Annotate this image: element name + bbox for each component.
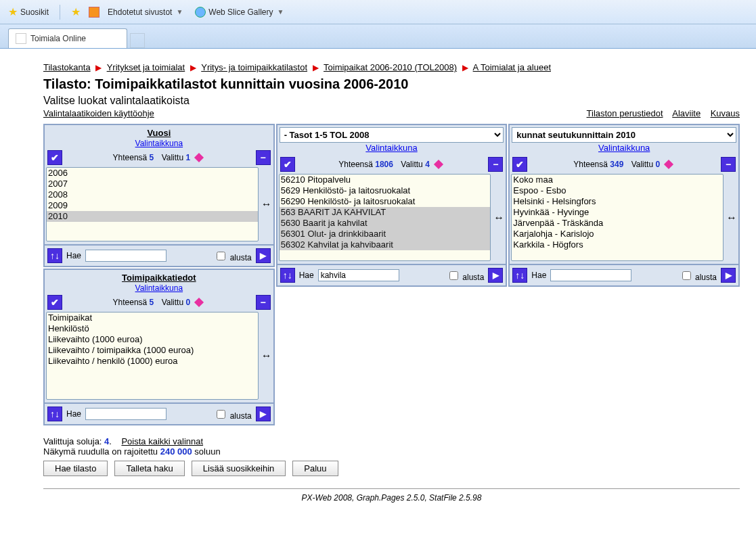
crumb-4[interactable]: A Toimialat ja alueet <box>473 62 551 72</box>
tasot-selected: Valittu 4 <box>401 160 430 169</box>
suggested-label: Ehdotetut sivustot <box>108 7 172 17</box>
kunnat-search-go[interactable]: ▶ <box>721 268 736 283</box>
crumb-sep-icon: ▶ <box>95 63 102 72</box>
panel-kunnat-window-link[interactable]: Valintaikkuna <box>598 143 650 153</box>
diamond-icon <box>194 298 204 307</box>
sort-button[interactable]: ↑↓ <box>512 268 527 283</box>
rss-icon[interactable] <box>89 7 99 18</box>
panel-tasot-window-link[interactable]: Valintaikkuna <box>365 143 417 153</box>
panel-vuosi-window-link[interactable]: Valintaikkuna <box>135 139 183 148</box>
link-alaviite[interactable]: Alaviite <box>672 108 701 118</box>
panel-vuosi: Vuosi Valintaikkuna ✔ Yhteensä 5 Valittu… <box>43 124 275 267</box>
resize-handle[interactable]: ↔ <box>493 212 504 224</box>
sort-button[interactable]: ↑↓ <box>280 268 295 283</box>
crumb-1[interactable]: Yritykset ja toimialat <box>107 62 185 72</box>
sort-button[interactable]: ↑↓ <box>47 407 62 421</box>
crumb-3[interactable]: Toimipaikat 2006-2010 (TOL2008) <box>324 62 457 72</box>
btn-talleta-haku[interactable]: Talleta haku <box>114 461 184 476</box>
sort-button[interactable]: ↑↓ <box>47 248 62 263</box>
link-perustiedot[interactable]: Tilaston perustiedot <box>587 108 663 118</box>
tiedot-search-input[interactable] <box>85 408 166 420</box>
chevron-down-icon: ▼ <box>176 8 183 16</box>
crumb-0[interactable]: Tilastokanta <box>43 62 91 72</box>
new-tab-button[interactable] <box>130 33 145 48</box>
hae-label: Hae <box>299 271 314 280</box>
webslice-button[interactable]: Web Slice Gallery ▼ <box>191 5 288 19</box>
hae-label: Hae <box>66 409 81 419</box>
selected-cells-count: 4 <box>104 436 109 446</box>
diamond-icon <box>434 160 443 169</box>
kunnat-search-input[interactable] <box>550 269 631 281</box>
vuosi-search-input[interactable] <box>85 250 166 262</box>
vuosi-alusta[interactable]: alusta <box>214 250 251 262</box>
chevron-down-icon: ▼ <box>277 8 284 16</box>
ie-icon <box>195 7 206 18</box>
footer: Valittuja soluja: 4. Poista kaikki valin… <box>43 436 740 476</box>
diamond-icon <box>194 153 204 162</box>
page-body: Tilastokanta ▶ Yritykset ja toimialat ▶ … <box>0 49 756 509</box>
tiedot-total: Yhteensä 5 <box>113 298 154 307</box>
suggested-sites-button[interactable]: Ehdotetut sivustot ▼ <box>104 6 187 18</box>
star-icon: ★ <box>8 5 18 18</box>
btn-lisaa-suosikkeihin[interactable]: Lisää suosikkeihin <box>192 461 286 476</box>
select-all-button[interactable]: ✔ <box>47 150 62 165</box>
selection-panels: Vuosi Valintaikkuna ✔ Yhteensä 5 Valittu… <box>43 124 740 425</box>
crumb-2[interactable]: Yritys- ja toimipaikkatilastot <box>201 62 307 72</box>
btn-hae-tilasto[interactable]: Hae tilasto <box>43 461 108 476</box>
deselect-all-button[interactable]: − <box>488 157 503 172</box>
panel-tiedot-window-link[interactable]: Valintaikkuna <box>135 283 183 293</box>
tiedot-search-go[interactable]: ▶ <box>256 407 271 421</box>
add-fav-icon[interactable]: ★ <box>67 4 85 20</box>
btn-paluu[interactable]: Paluu <box>292 461 338 476</box>
favicon <box>16 33 26 44</box>
tasot-search-go[interactable]: ▶ <box>488 268 503 283</box>
tab-strip: Toimiala Online <box>0 24 756 49</box>
kunnat-listbox[interactable]: Koko maaEspoo - EsboHelsinki - Helsingfo… <box>511 174 724 261</box>
panel-kunnat: kunnat seutukunnittain 2010 Valintaikkun… <box>508 124 740 287</box>
resize-handle[interactable]: ↔ <box>726 212 737 224</box>
clear-all-link[interactable]: Poista kaikki valinnat <box>121 436 203 446</box>
ie-favorites-bar: ★ Suosikit ★ Ehdotetut sivustot ▼ Web Sl… <box>0 0 756 24</box>
panel-tiedot-title: Toimipaikkatiedot <box>46 273 272 283</box>
deselect-all-button[interactable]: − <box>256 150 271 165</box>
kunnat-alusta[interactable]: alusta <box>680 269 717 282</box>
selected-cells-label: Valittuja soluja: <box>43 436 102 446</box>
separator <box>43 488 740 489</box>
tasot-listbox[interactable]: 56210 Pitopalvelu5629 Henkilöstö- ja lai… <box>279 174 491 261</box>
tasot-alusta[interactable]: alusta <box>447 269 484 282</box>
tasot-dropdown[interactable]: - Tasot 1-5 TOL 2008 <box>280 127 504 143</box>
hae-label: Hae <box>66 251 81 260</box>
browser-tab[interactable]: Toimiala Online <box>8 28 127 48</box>
crumb-sep-icon: ▶ <box>462 63 468 72</box>
tab-title: Toimiala Online <box>30 34 86 43</box>
crumb-sep-icon: ▶ <box>190 63 196 72</box>
select-all-button[interactable]: ✔ <box>512 157 527 172</box>
tiedot-listbox[interactable]: ToimipaikatHenkilöstöLiikevaihto (1000 e… <box>46 312 259 400</box>
limit-count: 240 000 <box>160 446 192 457</box>
vuosi-listbox[interactable]: 20062007200820092010 <box>46 167 259 241</box>
separator <box>60 5 60 20</box>
select-all-button[interactable]: ✔ <box>280 157 295 172</box>
favorites-button[interactable]: ★ Suosikit <box>4 4 53 20</box>
tiedot-alusta[interactable]: alusta <box>214 408 251 421</box>
deselect-all-button[interactable]: − <box>721 157 736 172</box>
deselect-all-button[interactable]: − <box>256 295 271 310</box>
credits: PX-Web 2008, Graph.Pages 2.5.0, StatFile… <box>43 493 740 503</box>
resize-handle[interactable]: ↔ <box>261 350 272 362</box>
tasot-search-input[interactable] <box>318 269 399 281</box>
link-kuvaus[interactable]: Kuvaus <box>711 108 740 118</box>
resize-handle[interactable]: ↔ <box>261 198 272 210</box>
panel-tiedot: Toimipaikkatiedot Valintaikkuna ✔ Yhteen… <box>43 269 275 425</box>
help-link[interactable]: Valintalaatikoiden käyttöohje <box>43 108 154 118</box>
vuosi-search-go[interactable]: ▶ <box>256 248 271 263</box>
crumb-sep-icon: ▶ <box>313 63 319 72</box>
select-all-button[interactable]: ✔ <box>47 295 62 310</box>
tiedot-selected: Valittu 0 <box>162 298 191 307</box>
vuosi-selected: Valittu 1 <box>162 153 191 162</box>
kunnat-selected: Valittu 0 <box>631 160 661 169</box>
tasot-total: Yhteensä 1806 <box>338 160 393 169</box>
diamond-icon <box>664 160 673 169</box>
kunnat-dropdown[interactable]: kunnat seutukunnittain 2010 <box>512 127 736 143</box>
hae-label: Hae <box>531 271 546 280</box>
kunnat-total: Yhteensä 349 <box>573 160 623 169</box>
